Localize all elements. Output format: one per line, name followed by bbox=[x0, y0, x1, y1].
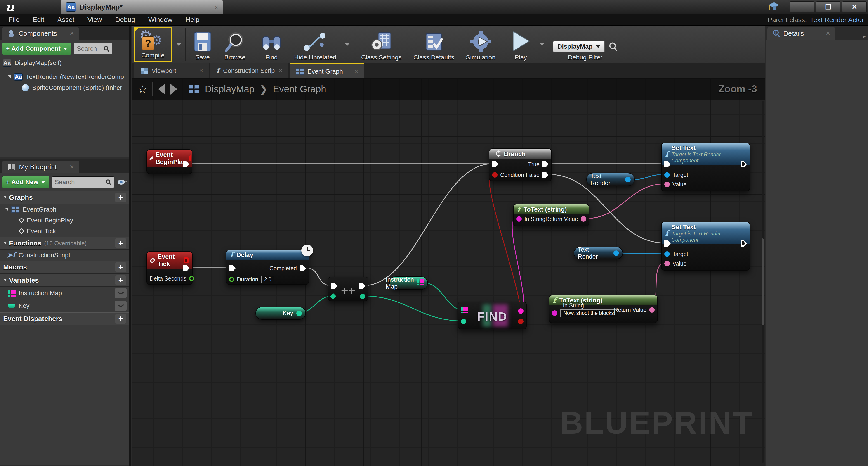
hide-unrelated-caret-icon[interactable] bbox=[344, 43, 350, 46]
menu-file[interactable]: File bbox=[8, 16, 20, 24]
data-pin[interactable] bbox=[664, 172, 670, 178]
node-pill-tr1[interactable]: Text Render bbox=[586, 173, 635, 186]
debug-search-icon[interactable] bbox=[609, 41, 618, 52]
restore-button[interactable]: ❐ bbox=[816, 1, 840, 12]
event-beginplay-row[interactable]: Event BeginPlay bbox=[0, 215, 129, 226]
data-pin[interactable] bbox=[516, 216, 522, 222]
compile-options-caret-icon[interactable] bbox=[176, 43, 182, 46]
add-new-button[interactable]: + Add New bbox=[2, 176, 49, 188]
data-pin[interactable] bbox=[296, 311, 302, 316]
exec-pin[interactable] bbox=[741, 240, 747, 246]
simulation-button[interactable]: Simulation bbox=[460, 26, 501, 63]
menu-asset[interactable]: Asset bbox=[57, 16, 74, 24]
exec-pin[interactable] bbox=[183, 161, 189, 167]
save-button[interactable]: Save bbox=[187, 26, 218, 63]
event-tick-row[interactable]: Event Tick bbox=[0, 226, 129, 237]
panel-close-icon[interactable]: ✕ bbox=[826, 30, 830, 37]
node-settext2[interactable]: fSet TextTarget is Text Render Component… bbox=[661, 222, 750, 270]
add-dispatcher-button[interactable]: + bbox=[115, 314, 126, 324]
macros-section-header[interactable]: Macros + bbox=[0, 261, 129, 274]
panel-close-icon[interactable]: ✕ bbox=[70, 30, 74, 37]
component-self-row[interactable]: Aa DisplayMap(self) bbox=[0, 57, 129, 68]
play-options-caret-icon[interactable] bbox=[539, 43, 545, 46]
node-find[interactable]: FIND bbox=[458, 301, 527, 329]
visibility-eye-icon[interactable] bbox=[117, 179, 127, 185]
document-tab[interactable]: Aa DisplayMap* x bbox=[61, 0, 223, 14]
construction-script-row[interactable]: ➤f ConstructionScript bbox=[0, 250, 129, 261]
data-pin[interactable] bbox=[625, 177, 631, 182]
expander-icon[interactable] bbox=[3, 279, 6, 282]
exec-pin[interactable] bbox=[183, 265, 189, 271]
browse-button[interactable]: Browse bbox=[218, 26, 252, 63]
data-pin[interactable] bbox=[664, 251, 670, 257]
graph-canvas[interactable]: Event BeginPlayEvent TickDelta SecondsfD… bbox=[132, 78, 765, 466]
nav-back-icon[interactable] bbox=[158, 84, 165, 94]
expander-icon[interactable] bbox=[8, 75, 11, 79]
data-pin[interactable] bbox=[330, 293, 336, 299]
play-button[interactable]: Play bbox=[504, 26, 537, 63]
add-component-button[interactable]: + Add Component bbox=[2, 42, 71, 55]
node-totext2[interactable]: fToText (string)In StringNow, shoot the … bbox=[549, 295, 658, 323]
find-button[interactable]: Find bbox=[255, 26, 288, 63]
node-append[interactable]: ++ bbox=[328, 276, 368, 301]
add-macro-button[interactable]: + bbox=[115, 262, 126, 272]
functions-section-header[interactable]: Functions (16 Overridable) + bbox=[0, 237, 129, 250]
variable-instruction-map-row[interactable]: Instruction Map bbox=[0, 287, 129, 299]
node-tick[interactable]: Event TickDelta Seconds bbox=[147, 251, 193, 285]
variable-visibility-toggle[interactable] bbox=[115, 288, 127, 298]
debug-object-dropdown[interactable]: DisplayMap bbox=[553, 41, 605, 53]
data-pin[interactable] bbox=[664, 261, 670, 266]
node-pill-tr2[interactable]: Text Render bbox=[574, 247, 623, 259]
exec-pin[interactable] bbox=[741, 161, 747, 167]
my-blueprint-tab[interactable]: My Blueprint ✕ bbox=[2, 161, 79, 173]
eventgraph-row[interactable]: EventGraph bbox=[0, 204, 129, 215]
tab-construction-script[interactable]: f Construction Scrip✕ bbox=[211, 63, 288, 78]
data-pin[interactable] bbox=[189, 276, 194, 281]
tab-viewport[interactable]: Viewport✕ bbox=[134, 63, 209, 78]
exec-pin[interactable] bbox=[229, 265, 236, 271]
pin-value-input[interactable]: Now, shoot the blocks! bbox=[560, 309, 618, 317]
minimize-button[interactable]: ─ bbox=[790, 1, 814, 12]
exec-pin[interactable] bbox=[359, 283, 365, 289]
exec-pin[interactable] bbox=[542, 172, 549, 178]
graphs-section-header[interactable]: Graphs + bbox=[0, 191, 129, 204]
node-pill-imap[interactable]: Instruction Map bbox=[389, 276, 428, 290]
panel-close-icon[interactable]: ✕ bbox=[70, 164, 74, 170]
my-blueprint-search-input[interactable]: Search bbox=[52, 176, 114, 188]
components-tab[interactable]: Components ✕ bbox=[2, 27, 79, 40]
exec-pin[interactable] bbox=[542, 161, 549, 167]
tutorial-cap-icon[interactable] bbox=[768, 2, 780, 13]
panel-expand-caret-icon[interactable]: ▸ bbox=[863, 30, 868, 40]
exec-pin[interactable] bbox=[300, 265, 306, 271]
menu-window[interactable]: Window bbox=[148, 16, 173, 24]
data-pin[interactable] bbox=[649, 307, 655, 313]
hide-unrelated-button[interactable]: Hide Unrelated bbox=[288, 26, 342, 63]
favorite-star-icon[interactable]: ☆ bbox=[138, 83, 147, 95]
node-settext1[interactable]: fSet TextTarget is Text Render Component… bbox=[661, 143, 750, 192]
exec-pin[interactable] bbox=[492, 161, 498, 167]
menu-help[interactable]: Help bbox=[186, 16, 199, 24]
exec-pin[interactable] bbox=[331, 283, 337, 289]
exec-pin[interactable] bbox=[664, 240, 671, 246]
data-pin[interactable] bbox=[581, 216, 586, 222]
details-tab[interactable]: i Details ✕ bbox=[767, 27, 835, 40]
dispatchers-section-header[interactable]: Event Dispatchers + bbox=[0, 312, 129, 325]
menu-debug[interactable]: Debug bbox=[115, 16, 135, 24]
node-branch[interactable]: BranchConditionTrueFalse bbox=[489, 148, 552, 181]
node-totext1[interactable]: fToText (string)In StringReturn Value bbox=[513, 204, 589, 227]
nav-forward-icon[interactable] bbox=[170, 84, 177, 94]
class-defaults-button[interactable]: Class Defaults bbox=[408, 26, 460, 63]
tab-event-graph[interactable]: Event Graph✕ bbox=[290, 63, 364, 78]
breadcrumb-current[interactable]: Event Graph bbox=[273, 84, 326, 94]
add-function-button[interactable]: + bbox=[115, 238, 126, 248]
compile-button[interactable]: ⚙⚙? Compile bbox=[133, 27, 172, 62]
data-pin[interactable] bbox=[492, 172, 498, 178]
data-pin[interactable] bbox=[360, 294, 365, 299]
component-textrender-row[interactable]: Aa TextRender (NewTextRenderComp bbox=[0, 71, 129, 82]
variables-section-header[interactable]: Variables + bbox=[0, 274, 129, 287]
expander-icon[interactable] bbox=[5, 208, 8, 211]
components-search-input[interactable]: Search bbox=[74, 43, 112, 54]
data-pin[interactable] bbox=[552, 310, 557, 316]
add-variable-button[interactable]: + bbox=[115, 275, 126, 285]
class-settings-button[interactable]: Class Settings bbox=[355, 26, 408, 63]
